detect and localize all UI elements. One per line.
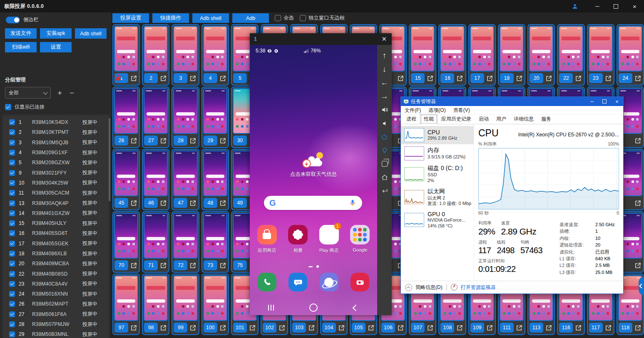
open-window-icon[interactable] <box>189 262 197 269</box>
device-number-button[interactable]: 15 <box>411 73 425 83</box>
device-screen-thumbnail[interactable] <box>410 26 435 72</box>
device-row[interactable]: 14 R38M401GXZW 投屏中 <box>2 208 109 218</box>
summary-view-link[interactable]: 简略信息(D) <box>415 284 443 291</box>
back-nav-icon[interactable] <box>353 304 359 311</box>
add-group-button[interactable]: + <box>57 89 63 97</box>
device-screen-thumbnail[interactable] <box>144 150 168 196</box>
device-thumbnail-cell[interactable]: 72 <box>172 211 199 273</box>
open-window-icon[interactable] <box>338 324 346 332</box>
device-screen-thumbnail[interactable] <box>144 213 168 259</box>
device-number-button[interactable]: 104 <box>322 323 336 333</box>
device-number-button[interactable]: 45 <box>114 198 128 208</box>
open-window-icon[interactable] <box>189 199 197 207</box>
device-row[interactable]: 10 R38M304K25W 投屏中 <box>2 178 109 188</box>
app-icon[interactable] <box>350 225 370 244</box>
device-thumbnail-cell[interactable]: 24 <box>617 24 644 86</box>
device-checkbox[interactable] <box>9 261 15 266</box>
device-number-button[interactable]: 4 <box>204 73 217 83</box>
app-shortcut[interactable]: 1 Play 商店 <box>313 225 345 254</box>
mic-icon[interactable] <box>348 198 357 207</box>
device-row[interactable]: 22 R38M40B08SD 投屏中 <box>2 269 109 279</box>
device-number-button[interactable]: 17 <box>470 73 484 83</box>
open-window-icon[interactable] <box>308 324 316 332</box>
device-screen-thumbnail[interactable] <box>144 26 168 72</box>
volume-down-icon[interactable] <box>377 117 392 131</box>
toolbar-button[interactable]: Adb shell <box>192 13 229 23</box>
browser-app-icon[interactable] <box>320 273 338 291</box>
tm-sidebar-item[interactable]: 以太网 以太网 2 发送: 1.0 接收: 0 Mbp <box>401 186 474 209</box>
device-number-button[interactable]: 5 <box>233 73 247 83</box>
open-window-icon[interactable] <box>545 74 553 82</box>
device-thumbnail-cell[interactable]: 70 <box>112 211 140 273</box>
arrow-right-icon[interactable]: → <box>377 90 392 104</box>
device-number-button[interactable]: 16 <box>440 73 454 83</box>
weather-widget[interactable]: + 点击来获取天气信息 <box>250 152 377 178</box>
device-number-button[interactable]: 75 <box>233 260 247 270</box>
device-screen-thumbnail[interactable] <box>114 150 138 196</box>
device-number-button[interactable]: 71 <box>144 260 158 270</box>
show-connected-row[interactable]: 仅显示已连接 <box>0 99 112 115</box>
device-screen-thumbnail[interactable] <box>173 26 197 72</box>
device-checkbox[interactable] <box>9 271 15 277</box>
device-thumbnail-cell[interactable]: 48 <box>201 149 229 210</box>
home-icon[interactable] <box>377 171 392 185</box>
phone-screen[interactable]: 5:38 76% + 点击来获取天气信息 G <box>250 45 377 315</box>
tm-menu-item[interactable]: 查看(V) <box>450 107 474 114</box>
device-row[interactable]: 27 R38M5061F6A 投屏中 <box>2 309 109 319</box>
device-list-scrollbar[interactable] <box>109 118 110 201</box>
device-screen-thumbnail[interactable] <box>470 26 494 72</box>
device-number-button[interactable]: 20 <box>530 73 543 83</box>
device-screen-thumbnail[interactable] <box>173 275 197 321</box>
tm-sidebar-item[interactable]: 磁盘 0 (C: D:) SSD 2% <box>401 163 474 186</box>
device-row[interactable]: 28 R38M507PMJW 投屏中 <box>2 319 109 329</box>
minimize-button[interactable] <box>588 0 607 12</box>
app-icon[interactable] <box>288 225 308 244</box>
device-screen-thumbnail[interactable] <box>144 275 168 321</box>
device-number-button[interactable]: 22 <box>559 73 573 83</box>
toolbar-button[interactable]: 投屏设置 <box>112 13 149 23</box>
open-window-icon[interactable] <box>634 324 642 332</box>
device-thumbnail-cell[interactable]: 46 <box>142 149 169 210</box>
open-window-icon[interactable] <box>515 74 523 82</box>
device-number-button[interactable]: 70 <box>114 260 128 270</box>
device-number-button[interactable]: 73 <box>204 260 217 270</box>
device-number-button[interactable]: 47 <box>174 198 187 208</box>
arrow-up-icon[interactable]: ↑ <box>377 49 392 63</box>
device-thumbnail-cell[interactable]: 2 <box>142 24 169 86</box>
tm-tab[interactable]: 性能 <box>420 114 438 124</box>
device-thumbnail-cell[interactable]: 15 <box>409 24 436 86</box>
device-number-button[interactable]: 100 <box>204 323 217 333</box>
device-number-button[interactable]: 111 <box>500 323 514 333</box>
open-window-icon[interactable] <box>426 74 434 82</box>
device-checkbox[interactable] <box>9 331 15 337</box>
open-window-icon[interactable] <box>219 137 227 145</box>
device-number-button[interactable]: 107 <box>411 323 425 333</box>
open-window-icon[interactable] <box>634 262 642 269</box>
device-screen-thumbnail[interactable] <box>500 26 524 72</box>
device-number-button[interactable]: 2 <box>144 73 158 83</box>
open-window-icon[interactable] <box>159 199 167 207</box>
device-checkbox[interactable] <box>9 301 15 307</box>
device-screen-thumbnail[interactable] <box>114 26 138 72</box>
device-screen-thumbnail[interactable] <box>173 213 197 259</box>
device-number-button[interactable]: 109 <box>470 323 484 333</box>
device-row[interactable]: 11 R38M305CACM 投屏中 <box>2 188 109 198</box>
device-checkbox[interactable] <box>9 220 15 226</box>
select-all-row[interactable]: 全选 <box>275 15 294 22</box>
device-thumbnail-cell[interactable]: 20 <box>527 24 555 86</box>
device-checkbox[interactable] <box>9 241 15 247</box>
device-number-button[interactable]: 30 <box>233 136 247 146</box>
collapse-details-icon[interactable] <box>405 284 412 291</box>
device-screen-thumbnail[interactable] <box>173 88 197 134</box>
user-icon[interactable] <box>565 3 584 10</box>
sidebar-action-button[interactable]: 扫描wifi <box>5 42 37 52</box>
open-window-icon[interactable] <box>456 74 464 82</box>
open-window-icon[interactable] <box>515 324 523 332</box>
app-shortcut[interactable]: 相册 <box>283 225 314 254</box>
device-checkbox[interactable] <box>9 180 15 186</box>
device-screen-thumbnail[interactable] <box>589 26 613 72</box>
show-connected-checkbox[interactable] <box>5 104 11 110</box>
toolbar-button[interactable]: 快捷操作 <box>152 13 189 23</box>
open-window-icon[interactable] <box>159 74 167 82</box>
device-thumbnail-cell[interactable]: 29 <box>201 86 229 148</box>
